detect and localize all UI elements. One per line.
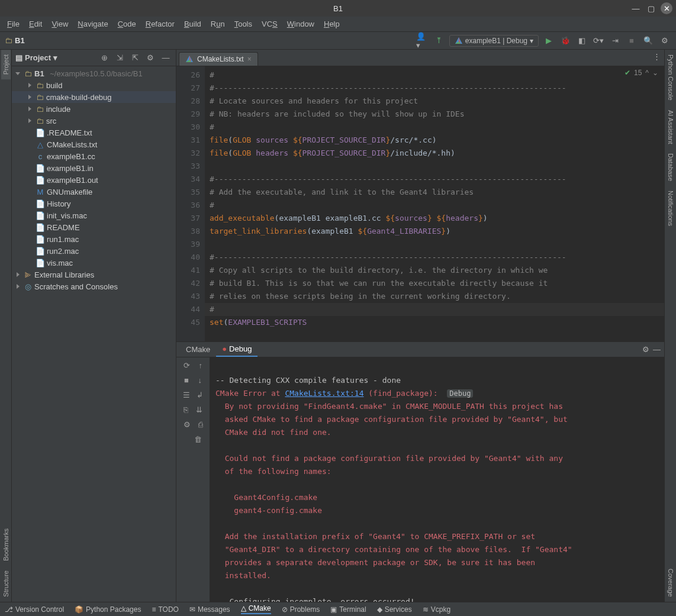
file-icon: 📄: [36, 199, 45, 208]
tree-file[interactable]: 📄run2.mac: [12, 245, 176, 257]
tree-file[interactable]: 📄.README.txt: [12, 127, 176, 138]
status-services[interactable]: ◆ Services: [377, 605, 412, 614]
debug-button[interactable]: Debug: [447, 389, 473, 398]
tree-file[interactable]: 📄exampleB1.in: [12, 162, 176, 174]
code-editor[interactable]: 2627282930313233343536373839404142434445…: [176, 66, 664, 341]
close-tab-icon[interactable]: ×: [247, 55, 252, 63]
menu-navigate[interactable]: Navigate: [73, 18, 112, 30]
cmake-console[interactable]: -- Detecting CXX compile features - done…: [210, 357, 664, 602]
tree-file[interactable]: MGNUmakefile: [12, 186, 176, 198]
menu-refactor[interactable]: Refactor: [141, 18, 179, 30]
reload-icon[interactable]: ⟳: [184, 361, 190, 370]
status-vcpkg[interactable]: ≋ Vcpkg: [423, 605, 450, 614]
stop-icon[interactable]: ■: [625, 34, 638, 47]
run-icon[interactable]: ▶: [542, 34, 555, 47]
tree-file[interactable]: 📄History: [12, 198, 176, 209]
tab-more-icon[interactable]: ⋮: [653, 52, 661, 61]
tree-file[interactable]: 📄run1.mac: [12, 233, 176, 245]
tree-external-libs[interactable]: ⫸ External Libraries: [12, 269, 176, 280]
tree-file[interactable]: cexampleB1.cc: [12, 150, 176, 162]
build-icon[interactable]: ⤒: [433, 34, 446, 47]
project-panel-title[interactable]: Project: [25, 53, 51, 62]
filter-icon[interactable]: ☰: [183, 391, 190, 399]
hide-panel-icon[interactable]: —: [653, 345, 661, 354]
profile-icon[interactable]: ⟳▾: [592, 34, 605, 47]
tree-root[interactable]: 🗀 B1 ~/examples10.5.0/basic/B1: [12, 67, 176, 79]
minimize-icon[interactable]: —: [630, 2, 642, 14]
tree-scratches[interactable]: ◎ Scratches and Consoles: [12, 280, 176, 292]
expand-all-icon[interactable]: ⇲: [113, 51, 126, 64]
project-tree[interactable]: 🗀 B1 ~/examples10.5.0/basic/B1 🗀build🗀cm…: [12, 66, 176, 602]
wrap-icon[interactable]: ↲: [197, 391, 203, 399]
link-icon[interactable]: ⎘: [184, 405, 188, 414]
menu-file[interactable]: File: [2, 18, 24, 30]
settings-icon[interactable]: ⚙: [658, 34, 671, 47]
side-tab-bookmarks[interactable]: Bookmarks: [1, 524, 11, 566]
console-error-line: CMake Error at CMakeLists.txt:14 (find_p…: [215, 389, 438, 398]
chevron-down-icon[interactable]: ▾: [53, 53, 57, 62]
status-cmake[interactable]: △ CMake: [241, 604, 271, 614]
search-icon[interactable]: 🔍: [642, 34, 655, 47]
settings-icon[interactable]: ⚙: [184, 420, 191, 429]
next-problem-icon[interactable]: ⌄: [652, 69, 658, 77]
hide-panel-icon[interactable]: —: [159, 51, 172, 64]
status-vcs[interactable]: ⎇ Version Control: [5, 605, 64, 614]
down-icon[interactable]: ↓: [198, 376, 202, 385]
trash-icon[interactable]: 🗑: [194, 435, 202, 444]
tree-file[interactable]: 📄vis.mac: [12, 257, 176, 269]
tree-file[interactable]: 📄exampleB1.out: [12, 174, 176, 186]
bottom-tab-cmake[interactable]: CMake: [180, 343, 216, 356]
scroll-icon[interactable]: ⇊: [196, 405, 202, 414]
up-icon[interactable]: ↑: [198, 361, 202, 370]
menu-window[interactable]: Window: [282, 18, 319, 30]
panel-settings-icon[interactable]: ⚙: [642, 345, 649, 354]
close-icon[interactable]: ✕: [661, 2, 672, 14]
user-icon[interactable]: 👤▾: [416, 34, 429, 47]
side-tab-database[interactable]: Database: [666, 149, 675, 186]
menu-tools[interactable]: Tools: [230, 18, 257, 30]
code-body[interactable]: # #-------------------------------------…: [205, 66, 664, 341]
side-tab-notifications[interactable]: Notifications: [666, 186, 675, 231]
editor-inspections[interactable]: ✔ 15 ^ ⌄: [625, 69, 658, 77]
tree-file[interactable]: 📄README: [12, 221, 176, 233]
panel-settings-icon[interactable]: ⚙: [144, 51, 157, 64]
side-tab-python-console[interactable]: Python Console: [666, 50, 675, 105]
tree-folder[interactable]: 🗀cmake-build-debug: [12, 91, 176, 103]
debug-icon[interactable]: 🐞: [559, 34, 572, 47]
status-terminal[interactable]: ▣ Terminal: [330, 605, 366, 614]
tree-folder[interactable]: 🗀src: [12, 115, 176, 127]
coverage-icon[interactable]: ◧: [575, 34, 588, 47]
menu-view[interactable]: View: [47, 18, 73, 30]
collapse-all-icon[interactable]: ⇱: [128, 51, 141, 64]
status-python-packages[interactable]: 📦 Python Packages: [75, 605, 141, 614]
print-icon[interactable]: ⎙: [198, 420, 203, 429]
select-open-file-icon[interactable]: ⊕: [98, 51, 111, 64]
menu-code[interactable]: Code: [113, 18, 141, 30]
tree-folder[interactable]: 🗀include: [12, 103, 176, 115]
menu-vcs[interactable]: VCS: [257, 18, 282, 30]
tree-file[interactable]: △CMakeLists.txt: [12, 138, 176, 150]
attach-icon[interactable]: ⇥: [609, 34, 622, 47]
bottom-tab-debug[interactable]: ● Debug: [216, 342, 257, 357]
side-tab-ai-assistant[interactable]: AI Assistant: [666, 105, 675, 149]
status-messages[interactable]: ✉ Messages: [189, 605, 230, 614]
error-link[interactable]: CMakeLists.txt:14: [285, 389, 363, 398]
tree-folder[interactable]: 🗀build: [12, 79, 176, 91]
breadcrumb-root[interactable]: B1: [15, 36, 25, 45]
menu-build[interactable]: Build: [179, 18, 206, 30]
menu-edit[interactable]: Edit: [24, 18, 47, 30]
status-problems[interactable]: ⊘ Problems: [282, 605, 320, 614]
editor-tab[interactable]: CMakeLists.txt ×: [179, 52, 258, 66]
menu-run[interactable]: Run: [206, 18, 230, 30]
status-todo[interactable]: ≡ TODO: [152, 605, 178, 614]
menu-help[interactable]: Help: [319, 18, 345, 30]
side-tab-project[interactable]: Project: [1, 50, 11, 79]
prev-problem-icon[interactable]: ^: [645, 69, 649, 77]
run-config-selector[interactable]: exampleB1 | Debug ▾: [449, 35, 539, 47]
tree-file[interactable]: 📄init_vis.mac: [12, 209, 176, 221]
side-tab-coverage[interactable]: Coverage: [666, 564, 675, 602]
folder-icon: 🗀: [35, 105, 44, 114]
stop-icon[interactable]: ■: [184, 376, 189, 385]
side-tab-structure[interactable]: Structure: [1, 566, 11, 602]
maximize-icon[interactable]: ▢: [645, 2, 657, 14]
